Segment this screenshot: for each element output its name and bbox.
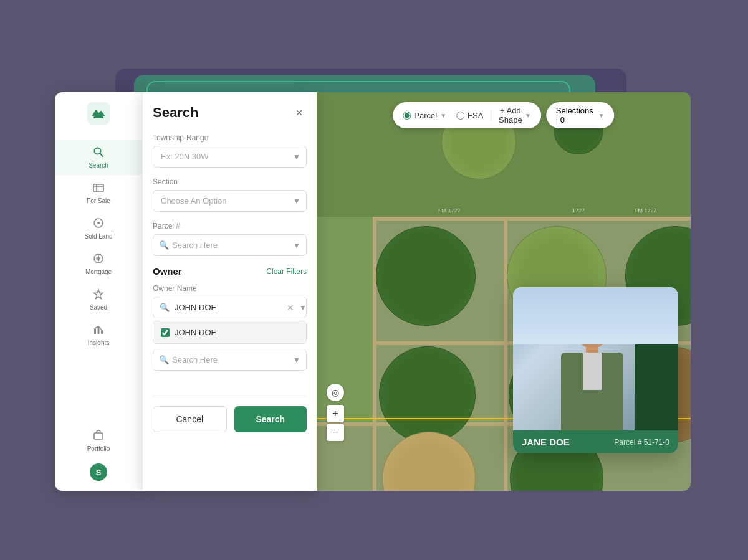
panel-header: Search × xyxy=(153,105,307,121)
selections-label: Selections | 0 xyxy=(556,106,593,125)
owner-suggestion-dropdown: JOHN DOE xyxy=(153,321,307,344)
sidebar-item-insights[interactable]: Insights xyxy=(55,317,142,353)
sidebar-item-insights-label: Insights xyxy=(88,339,109,346)
road-label-1: FM 1727 xyxy=(438,207,461,214)
parcel-search-input[interactable] xyxy=(153,234,307,256)
sidebar-item-for-sale[interactable]: For Sale xyxy=(55,175,142,211)
close-button[interactable]: × xyxy=(292,105,307,120)
section-group: Section Choose An Option ▼ xyxy=(153,178,307,212)
parcel-dropdown-icon: ▼ xyxy=(440,112,446,119)
for-sale-icon xyxy=(92,181,105,195)
mortgage-icon xyxy=(92,252,105,266)
body xyxy=(561,353,623,430)
owner-search-icon: 🔍 xyxy=(160,303,170,312)
sidebar-bottom: Portfolio S xyxy=(87,423,110,491)
owner-second-search-input[interactable] xyxy=(153,349,307,371)
person-parcel: Parcel # 51-71-0 xyxy=(614,438,669,447)
selections-dropdown[interactable]: Selections | 0 ▼ xyxy=(546,102,615,128)
svg-rect-13 xyxy=(94,433,103,439)
section-label: Section xyxy=(153,178,307,186)
parcel-radio-option[interactable]: Parcel ▼ xyxy=(403,111,446,120)
search-button[interactable]: Search xyxy=(234,406,307,432)
township-range-label: Township-Range xyxy=(153,133,307,142)
parcel-label: Parcel # xyxy=(153,222,307,230)
road-label-2: 1727 xyxy=(572,207,585,214)
parcel-search-icon: 🔍 xyxy=(159,240,169,250)
parcel-dropdown-icon: ▼ xyxy=(293,241,300,250)
circle-field-1 xyxy=(376,226,476,326)
saved-icon xyxy=(92,288,105,301)
field-patch-left xyxy=(317,217,373,422)
svg-rect-1 xyxy=(94,116,103,118)
suggestion-name: JOHN DOE xyxy=(175,328,216,337)
township-range-select[interactable]: Ex: 20N 30W xyxy=(153,146,307,168)
road-label-3: FM 1727 xyxy=(635,207,657,214)
owner-name-label: Owner Name xyxy=(153,284,307,293)
panel-title: Search xyxy=(153,105,198,121)
svg-point-8 xyxy=(97,222,100,224)
sidebar-item-search[interactable]: Search xyxy=(55,140,142,175)
person-name: JANE DOE xyxy=(522,437,570,447)
cancel-button[interactable]: Cancel xyxy=(153,406,227,432)
parcel-search-wrapper: 🔍 ▼ xyxy=(153,234,307,256)
zoom-in-button[interactable]: + xyxy=(327,405,344,422)
sidebar: Search For Sale Sold Land xyxy=(55,92,142,491)
section-select-wrapper: Choose An Option ▼ xyxy=(153,190,307,212)
sidebar-portfolio-label: Portfolio xyxy=(87,445,110,452)
township-range-group: Township-Range Ex: 20N 30W ▼ xyxy=(153,133,307,168)
person-photo xyxy=(513,287,678,430)
sidebar-item-saved[interactable]: Saved xyxy=(55,282,142,317)
sidebar-item-portfolio[interactable]: Portfolio xyxy=(87,423,110,458)
owner-second-search-icon: 🔍 xyxy=(159,355,169,364)
add-shape-label: + Add Shape xyxy=(499,106,522,125)
fsa-label: FSA xyxy=(467,111,483,120)
owner-clear-icon[interactable]: ✕ xyxy=(284,303,297,313)
add-shape-arrow-icon: ▼ xyxy=(525,112,531,119)
person-card-footer: JANE DOE Parcel # 51-71-0 xyxy=(513,430,678,453)
compass-button[interactable]: ◎ xyxy=(327,384,344,401)
add-shape-button[interactable]: + Add Shape ▼ xyxy=(499,106,531,125)
fsa-radio-option[interactable]: FSA xyxy=(456,111,483,120)
map-toolbar: Parcel ▼ FSA + Add Shape ▼ Selections | … xyxy=(393,102,614,128)
person-card: JANE DOE Parcel # 51-71-0 xyxy=(513,287,678,453)
map-area[interactable]: FM 1727 1727 FM 1727 Parcel ▼ FSA xyxy=(317,92,691,491)
clear-filters-button[interactable]: Clear Filters xyxy=(266,267,307,276)
parcel-group: Parcel # 🔍 ▼ xyxy=(153,222,307,256)
user-avatar[interactable]: S xyxy=(90,463,107,481)
insights-icon xyxy=(92,323,105,337)
sidebar-item-sold-land-label: Sold Land xyxy=(84,233,112,240)
township-range-select-wrapper: Ex: 20N 30W ▼ xyxy=(153,146,307,168)
svg-rect-10 xyxy=(94,328,96,334)
suggestion-john-doe[interactable]: JOHN DOE xyxy=(153,321,306,343)
svg-line-3 xyxy=(100,154,103,157)
owner-label: Owner xyxy=(153,266,182,277)
owner-second-dropdown-icon: ▼ xyxy=(293,356,300,364)
svg-rect-4 xyxy=(94,184,103,192)
parcel-radio[interactable] xyxy=(403,112,411,120)
svg-rect-12 xyxy=(101,330,103,334)
search-panel: Search × Township-Range Ex: 20N 30W ▼ Se… xyxy=(142,92,317,491)
sidebar-item-mortgage[interactable]: Mortgage xyxy=(55,246,142,282)
owner-name-group: Owner Name 🔍 ✕ ▼ JOHN DOE 🔍 ▼ xyxy=(153,284,307,371)
search-icon xyxy=(92,146,105,159)
suggestion-checkbox[interactable] xyxy=(161,328,170,337)
section-select[interactable]: Choose An Option xyxy=(153,190,307,212)
owner-second-search: 🔍 ▼ xyxy=(153,349,307,371)
map-parcel-fsa-group: Parcel ▼ FSA + Add Shape ▼ xyxy=(393,102,541,128)
app-logo xyxy=(87,102,110,125)
owner-section-header: Owner Clear Filters xyxy=(153,266,307,277)
owner-name-input[interactable] xyxy=(170,297,284,318)
fsa-radio[interactable] xyxy=(456,112,464,120)
sidebar-item-sold-land[interactable]: Sold Land xyxy=(55,211,142,246)
zoom-out-button[interactable]: − xyxy=(327,424,344,441)
map-zoom-controls: ◎ + − xyxy=(327,384,344,441)
sidebar-item-for-sale-label: For Sale xyxy=(87,197,110,204)
shirt xyxy=(583,353,602,390)
owner-dropdown-icon: ▼ xyxy=(297,303,312,312)
selections-dropdown-icon: ▼ xyxy=(598,112,605,119)
sidebar-item-saved-label: Saved xyxy=(90,304,107,311)
action-buttons: Cancel Search xyxy=(153,396,307,432)
compass-icon: ◎ xyxy=(332,387,339,397)
sold-land-icon xyxy=(92,217,105,230)
sidebar-item-mortgage-label: Mortgage xyxy=(85,268,112,275)
